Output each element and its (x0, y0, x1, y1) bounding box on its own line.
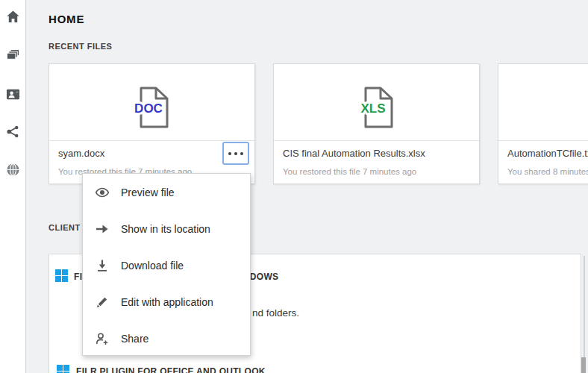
windows-logo-icon (57, 365, 69, 373)
file-context-menu: Preview file Show in its location Downlo… (82, 173, 251, 356)
info-banner-text: nd folders. (252, 307, 299, 319)
sidebar (0, 0, 26, 373)
menu-item-show-in-location[interactable]: Show in its location (83, 210, 250, 247)
share-network-icon[interactable] (6, 125, 20, 139)
menu-item-share[interactable]: Share (83, 320, 250, 357)
menu-item-edit-with-application[interactable]: Edit with application (83, 283, 250, 320)
doc-file-icon: DOC (128, 86, 176, 129)
menu-item-download-file[interactable]: Download file (83, 247, 250, 283)
recent-files-heading: RECENT FILES (49, 42, 112, 51)
file-card-info: AutomationTCfile.txt You shared 8 minute… (498, 141, 588, 184)
file-card-syam-docx[interactable]: DOC syam.docx You restored this file 7 m… (49, 63, 255, 184)
filr-home-screen: HOME RECENT FILES CLIENT DOWNLOADS DOC s… (0, 0, 588, 373)
file-activity: You restored this file 7 minutes ago (283, 167, 416, 176)
xls-file-icon: XLS (353, 86, 401, 129)
menu-item-label: Share (121, 333, 148, 345)
windows-logo-icon (55, 269, 68, 282)
file-name: syam.docx (58, 148, 104, 159)
contacts-icon[interactable] (6, 87, 20, 101)
person-add-icon (95, 331, 110, 346)
file-activity: You shared 8 minutes ago (507, 167, 588, 176)
file-card-info: CIS final Automation Results.xlsx You re… (274, 141, 479, 184)
file-thumbnail: DOC (49, 64, 254, 141)
scrollbar-thumb[interactable] (581, 357, 586, 373)
xls-badge-text: XLS (360, 101, 385, 116)
file-name: CIS final Automation Results.xlsx (283, 148, 425, 159)
file-thumbnail: XLS (274, 64, 479, 141)
ellipsis-dot (228, 152, 231, 155)
menu-item-label: Show in its location (121, 223, 210, 235)
download-icon (95, 258, 110, 273)
more-actions-button[interactable] (222, 142, 249, 165)
scrollbar-track (584, 256, 585, 373)
home-icon[interactable] (6, 10, 20, 24)
file-card-cis-results-xlsx[interactable]: XLS CIS final Automation Results.xlsx Yo… (273, 63, 480, 184)
client-download-item-office-plugin[interactable]: FILR PLUGIN FOR OFFICE AND OUTLOOK (76, 366, 266, 373)
file-thumbnail: TXT (498, 64, 588, 141)
menu-item-label: Edit with application (121, 296, 213, 308)
files-stack-icon[interactable] (6, 48, 20, 63)
pencil-icon (95, 295, 110, 310)
eye-icon (95, 185, 110, 200)
doc-badge-text: DOC (134, 101, 163, 116)
globe-icon[interactable] (6, 163, 20, 177)
menu-item-label: Download file (121, 260, 184, 272)
file-name: AutomationTCfile.txt (507, 148, 588, 159)
menu-item-label: Preview file (121, 186, 175, 198)
file-card-automationtcfile-txt[interactable]: TXT AutomationTCfile.txt You shared 8 mi… (498, 63, 588, 184)
arrow-right-icon (95, 222, 110, 236)
page-title: HOME (49, 13, 84, 25)
menu-item-preview-file[interactable]: Preview file (83, 174, 250, 210)
